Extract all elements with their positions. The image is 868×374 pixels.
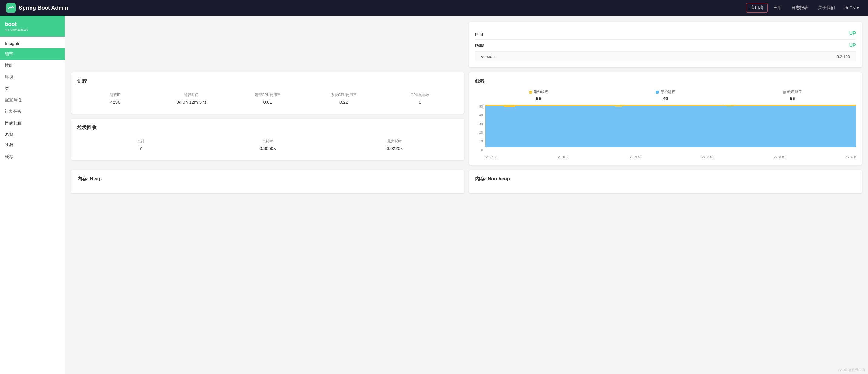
sidebar-item-jihuarenwu[interactable]: 计划任务 bbox=[0, 106, 65, 117]
threads-legend: 活动线程 55 守护进程 49 线程峰值 bbox=[475, 90, 856, 101]
nav-item-yingyong[interactable]: 应用 bbox=[769, 3, 786, 12]
redis-version-row: version 3.2.100 bbox=[475, 52, 856, 61]
gc-maxtime-col: 最大耗时 0.0220s bbox=[331, 136, 458, 154]
svg-rect-3 bbox=[615, 105, 622, 107]
process-threads-row: 进程 进程ID 4296 运行时间 0d 0h 12m 37s 进程CPU使用率 bbox=[71, 72, 862, 170]
gc-maxtime-label: 最大耗时 bbox=[331, 139, 458, 144]
cpu-cores-value: 8 bbox=[382, 99, 458, 105]
app-id: 4374df5e36e3 bbox=[5, 28, 60, 32]
sidebar: boot 4374df5e36e3 Insights 细节 性能 环境 类 配置… bbox=[0, 16, 65, 374]
sys-cpu-label: 系统CPU使用率 bbox=[306, 93, 382, 98]
gc-title: 垃圾回收 bbox=[77, 125, 458, 131]
ping-status: UP bbox=[849, 31, 856, 36]
process-id-label: 进程ID bbox=[77, 93, 154, 98]
nav-item-rizhipaobiao[interactable]: 日志报表 bbox=[787, 3, 813, 12]
chevron-down-icon: ▾ bbox=[857, 5, 859, 10]
topnav-menu: 应用墙 应用 日志报表 关于我们 zh-CN ▾ bbox=[746, 3, 862, 13]
uptime-value: 0d 0h 12m 37s bbox=[154, 99, 230, 105]
memory-nonheap-card: 内存: Non heap bbox=[469, 170, 862, 193]
process-metrics: 进程ID 4296 运行时间 0d 0h 12m 37s 进程CPU使用率 0.… bbox=[77, 90, 458, 108]
version-value: 3.2.100 bbox=[837, 55, 850, 59]
daemon-threads-value: 49 bbox=[663, 96, 668, 101]
status-section: ping UP redis UP version 3.2.100 bbox=[71, 22, 862, 72]
uptime-label: 运行时间 bbox=[154, 93, 230, 98]
svg-rect-1 bbox=[485, 105, 856, 106]
sidebar-item-huancun[interactable]: 缓存 bbox=[0, 151, 65, 163]
insights-label: Insights bbox=[0, 37, 65, 48]
gc-metrics: 总计 7 总耗时 0.3650s 最大耗时 0.0220s bbox=[77, 136, 458, 154]
gc-total-col: 总计 7 bbox=[77, 136, 204, 154]
health-card: ping UP redis UP version 3.2.100 bbox=[469, 22, 862, 67]
xaxis-1: 21:58:00 bbox=[557, 156, 569, 159]
memory-nonheap-title: 内存: Non heap bbox=[475, 176, 856, 182]
legend-active-threads: 活动线程 55 bbox=[529, 90, 548, 101]
xaxis-2: 21:59:00 bbox=[629, 156, 641, 159]
threads-chart-area bbox=[485, 105, 856, 152]
language-selector[interactable]: zh-CN ▾ bbox=[840, 4, 862, 12]
sidebar-item-lei[interactable]: 类 bbox=[0, 83, 65, 94]
memory-heap-card: 内存: Heap bbox=[71, 170, 464, 193]
version-label: version bbox=[481, 54, 495, 59]
process-id-value: 4296 bbox=[77, 99, 154, 105]
sidebar-item-yingshe[interactable]: 映射 bbox=[0, 140, 65, 151]
daemon-threads-dot bbox=[656, 91, 659, 94]
active-threads-label: 活动线程 bbox=[534, 90, 548, 95]
proc-cpu-col: 进程CPU使用率 0.01 bbox=[229, 90, 306, 108]
legend-daemon-threads: 守护进程 49 bbox=[656, 90, 675, 101]
chart-xaxis: 21:57:00 21:58:00 21:59:00 22:00:00 22:0… bbox=[485, 153, 856, 159]
uptime-col: 运行时间 0d 0h 12m 37s bbox=[154, 90, 230, 108]
threads-chart: 50 40 30 20 10 0 bbox=[475, 105, 856, 159]
gc-total-value: 7 bbox=[77, 146, 204, 151]
threads-title: 线程 bbox=[475, 78, 856, 84]
sys-cpu-value: 0.22 bbox=[306, 99, 382, 105]
main-content: ping UP redis UP version 3.2.100 进程 bbox=[65, 16, 868, 374]
gc-card: 垃圾回收 总计 7 总耗时 0.3650s 最大耗时 0.0220s bbox=[71, 118, 464, 160]
logo-icon bbox=[6, 3, 16, 13]
memory-heap-title: 内存: Heap bbox=[77, 176, 458, 182]
peak-threads-value: 55 bbox=[790, 96, 795, 101]
daemon-threads-label: 守护进程 bbox=[661, 90, 675, 95]
gc-time-col: 总耗时 0.3650s bbox=[204, 136, 331, 154]
redis-label: redis bbox=[475, 43, 484, 48]
peak-threads-label: 线程峰值 bbox=[787, 90, 802, 95]
xaxis-5: 22:02:0 bbox=[846, 156, 856, 159]
sidebar-item-peizhishuxing[interactable]: 配置属性 bbox=[0, 94, 65, 106]
logo-text: Spring Boot Admin bbox=[19, 5, 68, 11]
memory-row: 内存: Heap 内存: Non heap bbox=[71, 170, 862, 198]
active-threads-dot bbox=[529, 91, 532, 94]
chart-yaxis: 50 40 30 20 10 0 bbox=[475, 105, 484, 152]
svg-rect-4 bbox=[726, 105, 734, 106]
gc-time-value: 0.3650s bbox=[204, 146, 331, 151]
nav-item-guanyuwomen[interactable]: 关于我们 bbox=[814, 3, 839, 12]
topnav: Spring Boot Admin 应用墙 应用 日志报表 关于我们 zh-CN… bbox=[0, 0, 868, 16]
redis-status: UP bbox=[849, 43, 856, 48]
gc-maxtime-value: 0.0220s bbox=[331, 146, 458, 151]
layout: boot 4374df5e36e3 Insights 细节 性能 环境 类 配置… bbox=[0, 16, 868, 374]
nav-item-yingyongqiang[interactable]: 应用墙 bbox=[746, 3, 768, 13]
sys-cpu-col: 系统CPU使用率 0.22 bbox=[306, 90, 382, 108]
watermark: CSDN @优秀的画 bbox=[838, 368, 865, 372]
svg-rect-0 bbox=[485, 105, 856, 147]
sidebar-item-xingneng[interactable]: 性能 bbox=[0, 60, 65, 71]
sidebar-item-huanjing[interactable]: 环境 bbox=[0, 71, 65, 83]
gc-time-label: 总耗时 bbox=[204, 139, 331, 144]
gc-total-label: 总计 bbox=[77, 139, 204, 144]
process-section: 进程 进程ID 4296 运行时间 0d 0h 12m 37s 进程CPU使用率 bbox=[71, 72, 464, 170]
cpu-cores-col: CPU核心数 8 bbox=[382, 90, 458, 108]
sidebar-item-xijie[interactable]: 细节 bbox=[0, 48, 65, 60]
proc-cpu-label: 进程CPU使用率 bbox=[229, 93, 306, 98]
ping-row: ping UP bbox=[475, 28, 856, 40]
process-title: 进程 bbox=[77, 78, 458, 84]
ping-label: ping bbox=[475, 31, 483, 36]
process-id-col: 进程ID 4296 bbox=[77, 90, 154, 108]
sidebar-header: boot 4374df5e36e3 bbox=[0, 16, 65, 37]
legend-peak-threads: 线程峰值 55 bbox=[783, 90, 802, 101]
process-card: 进程 进程ID 4296 运行时间 0d 0h 12m 37s 进程CPU使用率 bbox=[71, 72, 464, 114]
sidebar-item-rizhipeizhi[interactable]: 日志配置 bbox=[0, 117, 65, 129]
xaxis-0: 21:57:00 bbox=[485, 156, 497, 159]
redis-row: redis UP bbox=[475, 40, 856, 52]
xaxis-4: 22:01:00 bbox=[774, 156, 786, 159]
active-threads-value: 55 bbox=[536, 96, 541, 101]
threads-card: 线程 活动线程 55 守护进程 49 bbox=[469, 72, 862, 165]
sidebar-item-jvm[interactable]: JVM bbox=[0, 129, 65, 140]
